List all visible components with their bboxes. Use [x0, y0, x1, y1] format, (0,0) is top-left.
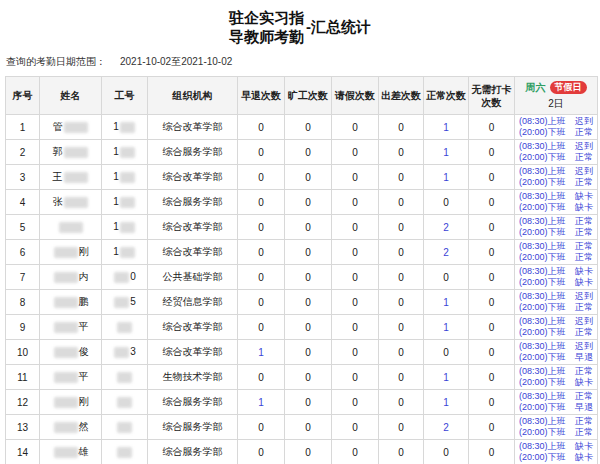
cell-name: 管 [40, 115, 102, 140]
cell-absent-count: 0 [285, 190, 332, 215]
clock-in-status: 缺卡 [575, 441, 593, 452]
cell-leave-count: 0 [332, 390, 379, 415]
cell-trip-count: 0 [379, 240, 424, 265]
cell-organization: 综合改革学部 [148, 115, 238, 140]
redacted-name [54, 372, 78, 383]
cell-no-punch-count: 0 [469, 440, 515, 464]
clock-in-time: (08:30)上班 [519, 266, 566, 277]
cell-no-punch-count: 0 [469, 315, 515, 340]
table-row: 13 然 综合服务学部 0 0 0 0 2 0 (08:30)上班正常 (20:… [6, 415, 598, 440]
col-header-index: 序号 [6, 77, 40, 115]
cell-early-leave-count: 1 [238, 390, 285, 415]
cell-no-punch-count: 0 [469, 240, 515, 265]
col-header-day: 周六 节假日 2日 [515, 77, 598, 115]
table-row: 4 张 1 综合服务学部 0 0 0 0 0 0 (08:30)上班缺卡 (20… [6, 190, 598, 215]
clock-in-time: (08:30)上班 [519, 191, 566, 202]
cell-index: 11 [6, 365, 40, 390]
clock-in-time: (08:30)上班 [519, 341, 566, 352]
cell-organization: 生物技术学部 [148, 365, 238, 390]
clock-out-time: (20:00)下班 [519, 427, 566, 438]
cell-absent-count: 0 [285, 440, 332, 464]
clock-in-status: 缺卡 [575, 191, 593, 202]
clock-out-status: 正常 [575, 127, 593, 138]
clock-out-status: 缺卡 [575, 377, 593, 388]
cell-organization: 综合服务学部 [148, 415, 238, 440]
cell-employee-id: 1 [102, 115, 148, 140]
clock-out-time: (20:00)下班 [519, 152, 566, 163]
cell-normal-count: 1 [424, 315, 469, 340]
cell-early-leave-count: 0 [238, 415, 285, 440]
clock-out-time: (20:00)下班 [519, 327, 566, 338]
clock-out-time: (20:00)下班 [519, 277, 566, 288]
cell-day-detail: (08:30)上班正常 (20:00)下班早退 [515, 390, 598, 415]
cell-trip-count: 0 [379, 140, 424, 165]
clock-in-time: (08:30)上班 [519, 141, 566, 152]
cell-trip-count: 0 [379, 190, 424, 215]
clock-in-status: 迟到 [575, 341, 593, 352]
cell-index: 10 [6, 340, 40, 365]
cell-early-leave-count: 0 [238, 115, 285, 140]
page-title-line1: 驻企实习指 [229, 8, 304, 27]
cell-name: 雄 [40, 440, 102, 464]
page-title: 驻企实习指 导教师考勤 -汇总统计 [0, 0, 600, 46]
cell-employee-id [102, 365, 148, 390]
redacted-id [114, 272, 129, 283]
cell-index: 7 [6, 265, 40, 290]
col-header-trip: 出差次数 [379, 77, 424, 115]
cell-no-punch-count: 0 [469, 215, 515, 240]
clock-in-time: (08:30)上班 [519, 216, 566, 227]
clock-out-status: 正常 [575, 152, 593, 163]
redacted-id [120, 247, 135, 258]
cell-normal-count: 2 [424, 240, 469, 265]
cell-organization: 经贸信息学部 [148, 290, 238, 315]
cell-trip-count: 0 [379, 165, 424, 190]
cell-early-leave-count: 0 [238, 440, 285, 464]
cell-absent-count: 0 [285, 340, 332, 365]
col-header-name: 姓名 [40, 77, 102, 115]
clock-in-time: (08:30)上班 [519, 416, 566, 427]
cell-day-detail: (08:30)上班缺卡 (20:00)下班缺卡 [515, 190, 598, 215]
cell-index: 13 [6, 415, 40, 440]
cell-early-leave-count: 0 [238, 315, 285, 340]
cell-leave-count: 0 [332, 140, 379, 165]
cell-leave-count: 0 [332, 365, 379, 390]
cell-name: 刚 [40, 240, 102, 265]
clock-out-time: (20:00)下班 [519, 177, 566, 188]
cell-organization: 综合改革学部 [148, 165, 238, 190]
cell-index: 5 [6, 215, 40, 240]
clock-in-time: (08:30)上班 [519, 291, 566, 302]
cell-leave-count: 0 [332, 315, 379, 340]
clock-in-status: 迟到 [575, 316, 593, 327]
cell-no-punch-count: 0 [469, 190, 515, 215]
page-title-main: 驻企实习指 导教师考勤 [229, 8, 304, 46]
redacted-name [54, 272, 78, 283]
clock-out-time: (20:00)下班 [519, 452, 566, 463]
cell-index: 1 [6, 115, 40, 140]
cell-organization: 综合改革学部 [148, 240, 238, 265]
cell-organization: 综合服务学部 [148, 390, 238, 415]
cell-normal-count: 1 [424, 115, 469, 140]
clock-in-status: 缺卡 [575, 266, 593, 277]
redacted-id [117, 397, 132, 408]
cell-early-leave-count: 0 [238, 240, 285, 265]
clock-out-time: (20:00)下班 [519, 377, 566, 388]
cell-name: 内 [40, 265, 102, 290]
cell-name: 张 [40, 190, 102, 215]
cell-name: 俊 [40, 340, 102, 365]
cell-leave-count: 0 [332, 340, 379, 365]
clock-out-status: 缺卡 [575, 452, 593, 463]
table-row: 6 刚 1 综合改革学部 0 0 0 0 2 0 (08:30)上班正常 (20… [6, 240, 598, 265]
redacted-id [120, 122, 135, 133]
redacted-name [64, 197, 88, 208]
col-header-early-leave: 早退次数 [238, 77, 285, 115]
clock-out-status: 缺卡 [575, 202, 593, 213]
cell-trip-count: 0 [379, 215, 424, 240]
cell-organization: 综合改革学部 [148, 315, 238, 340]
cell-absent-count: 0 [285, 265, 332, 290]
clock-out-status: 早退 [575, 402, 593, 413]
redacted-name [54, 447, 78, 458]
cell-organization: 综合服务学部 [148, 190, 238, 215]
clock-out-time: (20:00)下班 [519, 402, 566, 413]
cell-normal-count: 1 [424, 365, 469, 390]
cell-early-leave-count: 0 [238, 165, 285, 190]
